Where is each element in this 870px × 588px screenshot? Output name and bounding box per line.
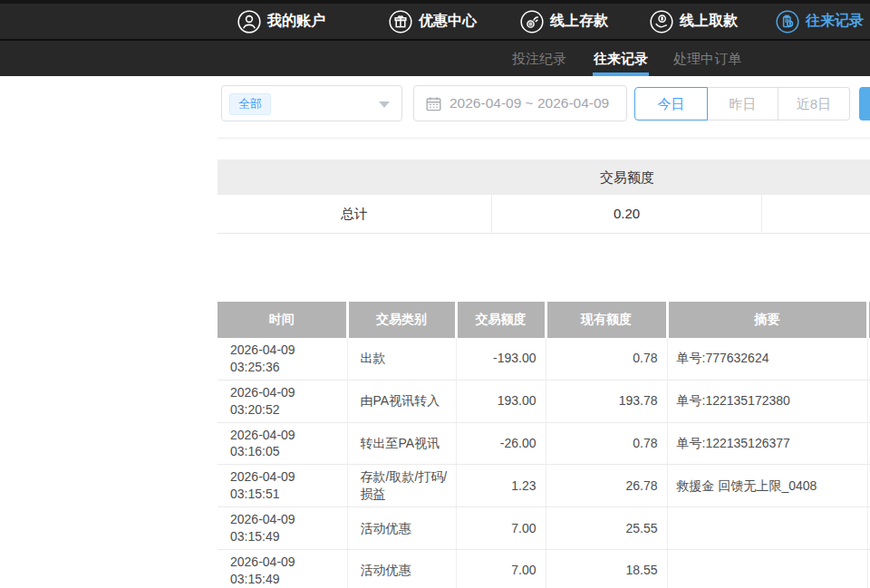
selected-type-tag[interactable]: 全部	[229, 93, 271, 115]
table-row: 2026-04-09 03:15:49 活动优惠 7.00 25.55	[218, 507, 870, 550]
cell-balance: 26.78	[546, 465, 667, 507]
withdraw-money-icon	[650, 10, 673, 34]
nav-item-label: 优惠中心	[419, 12, 477, 31]
yesterday-button[interactable]: 昨日	[708, 87, 778, 120]
cell-summary: 救援金 回馈无上限_0408	[667, 465, 867, 507]
cell-balance: 193.78	[546, 380, 667, 422]
nav-item-label: 线上存款	[550, 12, 608, 31]
tab-transaction-records[interactable]: 往来记录	[594, 41, 648, 76]
summary-empty-cell	[762, 195, 870, 234]
last-8-days-button[interactable]: 近8日	[778, 87, 850, 120]
table-row: 2026-04-09 03:15:49 活动优惠 7.00 18.55	[218, 549, 870, 588]
cell-balance: 18.55	[546, 549, 667, 588]
cell-type: 活动优惠	[347, 507, 456, 550]
cell-time: 2026-04-09 03:20:52	[218, 380, 347, 422]
cell-summary	[667, 507, 867, 550]
col-header-type: 交易类别	[347, 302, 456, 338]
nav-item-withdraw[interactable]: 线上取款	[650, 4, 738, 39]
transaction-type-select[interactable]: 全部	[221, 85, 402, 121]
records-table-container: 时间 交易类别 交易额度 现有额度 摘要 2026-04-09 03:25:36…	[218, 302, 870, 588]
summary-total-row: 总计 0.20	[218, 195, 870, 234]
cell-balance: 0.78	[546, 338, 667, 380]
cell-type: 出款	[347, 338, 456, 380]
records-table: 时间 交易类别 交易额度 现有额度 摘要 2026-04-09 03:25:36…	[218, 302, 870, 588]
chevron-down-icon	[379, 101, 390, 108]
active-tab-underline	[593, 72, 649, 76]
cell-summary	[667, 549, 867, 588]
tab-label: 往来记录	[594, 51, 648, 66]
top-navbar: 我的账户 优惠中心 线上存款 线上取款	[0, 4, 870, 39]
cell-type: 存款/取款/打码/损益	[347, 465, 456, 507]
cell-type: 由PA视讯转入	[347, 380, 456, 422]
nav-item-label: 我的账户	[267, 12, 325, 31]
nav-item-transaction-records[interactable]: 往来记录	[776, 4, 864, 39]
nav-item-promotions[interactable]: 优惠中心	[389, 4, 477, 39]
table-header-row: 时间 交易类别 交易额度 现有额度 摘要	[218, 302, 870, 338]
table-row: 2026-04-09 03:25:36 出款 -193.00 0.78 单号:7…	[218, 338, 870, 380]
nav-item-label: 线上取款	[680, 12, 738, 31]
col-header-amount: 交易额度	[456, 302, 546, 338]
quick-date-button-group: 今日 昨日 近8日	[634, 87, 850, 120]
tab-processing-orders[interactable]: 处理中订单	[673, 41, 741, 76]
col-header-time: 时间	[218, 302, 347, 338]
deposit-coin-icon	[520, 10, 544, 34]
cell-type: 活动优惠	[347, 549, 456, 588]
cell-time: 2026-04-09 03:25:36	[218, 338, 347, 380]
filter-divider	[218, 138, 870, 139]
summary-header-row: 交易额度	[218, 159, 870, 195]
search-button-clipped[interactable]	[859, 87, 870, 120]
cell-amount: 1.23	[456, 465, 546, 507]
nav-item-label: 往来记录	[806, 12, 864, 31]
summary-table: 交易额度 总计 0.20	[218, 159, 870, 234]
table-row: 2026-04-09 03:16:05 转出至PA视讯 -26.00 0.78 …	[218, 422, 870, 465]
tab-label: 处理中订单	[673, 51, 741, 66]
nav-item-deposit[interactable]: 线上存款	[520, 4, 608, 39]
cell-summary: 单号:122135126377	[667, 422, 867, 465]
records-clipboard-icon	[776, 10, 799, 34]
cell-amount: -193.00	[456, 338, 546, 380]
cell-type: 转出至PA视讯	[347, 422, 456, 465]
summary-total-value: 0.20	[492, 195, 762, 234]
cell-time: 2026-04-09 03:15:49	[218, 549, 347, 588]
date-range-value: 2026-04-09 ~ 2026-04-09	[450, 95, 609, 111]
cell-balance: 0.78	[546, 422, 667, 465]
cell-time: 2026-04-09 03:15:51	[218, 465, 347, 507]
cell-time: 2026-04-09 03:16:05	[218, 422, 347, 465]
records-tabbar: 投注纪录 往来记录 处理中订单	[0, 41, 870, 76]
cell-amount: -26.00	[456, 422, 546, 465]
col-header-summary: 摘要	[667, 302, 867, 338]
cell-amount: 7.00	[456, 549, 546, 588]
table-row: 2026-04-09 03:15:51 存款/取款/打码/损益 1.23 26.…	[218, 465, 870, 507]
summary-header-label: 交易额度	[492, 159, 762, 195]
cell-summary: 单号:777632624	[667, 338, 867, 380]
date-range-input[interactable]: 2026-04-09 ~ 2026-04-09	[413, 85, 627, 121]
today-button[interactable]: 今日	[634, 87, 708, 120]
cell-balance: 25.55	[546, 507, 667, 550]
user-icon	[237, 10, 261, 34]
cell-time: 2026-04-09 03:15:49	[218, 507, 347, 550]
transaction-records-page: 我的账户 优惠中心 线上存款 线上取款	[0, 0, 870, 588]
cell-amount: 193.00	[456, 380, 546, 422]
table-row: 2026-04-09 03:20:52 由PA视讯转入 193.00 193.7…	[218, 380, 870, 422]
tab-label: 投注纪录	[512, 51, 566, 66]
col-header-balance: 现有额度	[546, 302, 667, 338]
nav-item-my-account[interactable]: 我的账户	[237, 4, 325, 39]
tab-betting-records[interactable]: 投注纪录	[512, 41, 566, 76]
gift-icon	[389, 10, 412, 34]
cell-summary: 单号:122135172380	[667, 380, 867, 422]
cell-amount: 7.00	[456, 507, 546, 550]
summary-total-label: 总计	[218, 195, 492, 234]
calendar-icon	[426, 96, 441, 111]
